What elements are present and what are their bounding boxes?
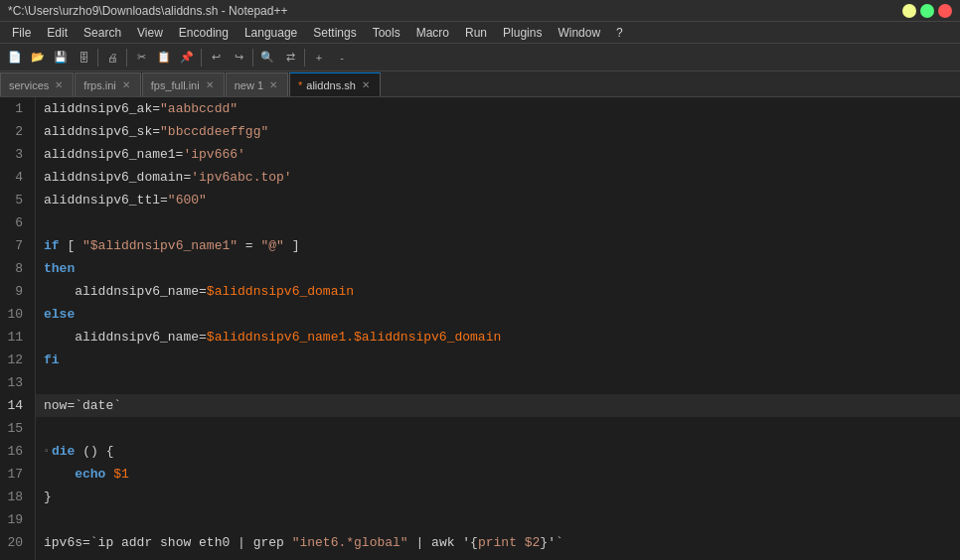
zoom-out-button[interactable]: - (331, 47, 353, 69)
code-line-16: ▫die () { (36, 440, 960, 463)
code-line-18: } (36, 486, 960, 508)
menu-language[interactable]: Language (237, 24, 305, 42)
line-num-4: 4 (4, 166, 27, 189)
code-line-15 (36, 417, 960, 440)
fold-marker-16[interactable]: ▫ (44, 440, 50, 463)
minimize-button[interactable] (902, 4, 916, 18)
code-text: } (44, 486, 52, 508)
code-text: aliddnsipv6_domain= (44, 166, 191, 189)
code-area: 1 2 3 4 5 6 7 8 9 10 11 12 13 14 15 16 1… (0, 97, 960, 560)
toolbar-separator-4 (252, 49, 253, 67)
line-num-2: 2 (4, 120, 27, 143)
menu-plugins[interactable]: Plugins (495, 24, 550, 42)
print-button[interactable]: 🖨 (101, 47, 123, 69)
new-button[interactable]: 📄 (4, 47, 26, 69)
menu-help[interactable]: ? (608, 24, 631, 42)
code-text: ipv6s= (44, 531, 90, 554)
code-string: "aabbccdd" (160, 97, 238, 120)
code-text: ] (284, 234, 300, 257)
code-line-1: aliddnsipv6_ak="aabbccdd" (36, 97, 960, 120)
tab-aliddns[interactable]: * aliddns.sh ✕ (289, 72, 381, 96)
line-num-1: 1 (4, 97, 27, 120)
tab-label-frpsini: frps.ini (83, 79, 115, 91)
tab-close-fpsfullini[interactable]: ✕ (204, 78, 216, 91)
cut-button[interactable]: ✂ (130, 47, 152, 69)
code-line-7: if [ "$aliddnsipv6_name1" = "@" ] (36, 234, 960, 257)
code-text3: { (470, 531, 478, 554)
save-button[interactable]: 💾 (50, 47, 72, 69)
tab-services[interactable]: services ✕ (0, 72, 74, 96)
code-line-12: fi (36, 349, 960, 371)
tab-close-aliddns[interactable]: ✕ (360, 78, 372, 91)
copy-button[interactable]: 📋 (153, 47, 175, 69)
menu-file[interactable]: File (4, 24, 39, 42)
line-numbers: 1 2 3 4 5 6 7 8 9 10 11 12 13 14 15 16 1… (0, 97, 36, 560)
line-num-16: 16 (4, 440, 27, 463)
code-keyword: then (44, 257, 75, 280)
code-text: [ (60, 234, 82, 257)
code-text: () { (75, 440, 113, 463)
code-text: aliddnsipv6_name1= (44, 143, 183, 166)
tab-fpsfullini[interactable]: fps_full.ini ✕ (142, 72, 225, 96)
tab-close-frpsini[interactable]: ✕ (120, 78, 132, 91)
code-string: 'ipv6abc.top' (191, 166, 291, 189)
code-text: aliddnsipv6_sk= (44, 120, 160, 143)
tab-label-new1: new 1 (235, 79, 263, 91)
line-num-20: 20 (4, 531, 27, 554)
paste-button[interactable]: 📌 (176, 47, 198, 69)
tab-new1[interactable]: new 1 ✕ (226, 72, 288, 96)
line-num-12: 12 (4, 349, 27, 371)
toolbar-separator-5 (304, 49, 305, 67)
code-string: 'ipv666' (183, 143, 244, 166)
code-text: aliddnsipv6_ttl= (44, 189, 168, 211)
close-button[interactable] (938, 4, 952, 18)
tab-close-new1[interactable]: ✕ (267, 78, 279, 91)
toolbar-separator-2 (126, 49, 127, 67)
code-string: "bbccddeeffgg" (160, 120, 268, 143)
menu-search[interactable]: Search (76, 24, 129, 42)
code-keyword: else (44, 303, 75, 326)
line-num-13: 13 (4, 371, 27, 394)
code-text: aliddnsipv6_ak= (44, 97, 160, 120)
code-backtick: `ip addr show eth0 | grep (90, 531, 292, 554)
code-var: $1 (113, 463, 129, 486)
menu-view[interactable]: View (129, 24, 171, 42)
line-num-10: 10 (4, 303, 27, 326)
code-keyword: if (44, 234, 60, 257)
save-all-button[interactable]: 🗄 (73, 47, 94, 69)
tab-close-services[interactable]: ✕ (53, 78, 65, 91)
code-string: "600" (168, 189, 207, 211)
line-num-6: 6 (4, 211, 27, 234)
menu-run[interactable]: Run (457, 24, 495, 42)
menu-settings[interactable]: Settings (305, 24, 364, 42)
code-line-10: else (36, 303, 960, 326)
menu-edit[interactable]: Edit (39, 24, 76, 42)
replace-button[interactable]: ⇄ (279, 47, 301, 69)
find-button[interactable]: 🔍 (256, 47, 278, 69)
menu-encoding[interactable]: Encoding (171, 24, 237, 42)
menu-window[interactable]: Window (550, 24, 608, 42)
code-string: "$aliddnsipv6_name1" (82, 234, 238, 257)
code-string: "@" (260, 234, 283, 257)
redo-button[interactable]: ↪ (228, 47, 249, 69)
line-num-14: 14 (4, 394, 27, 417)
open-button[interactable]: 📂 (27, 47, 49, 69)
toolbar: 📄 📂 💾 🗄 🖨 ✂ 📋 📌 ↩ ↪ 🔍 ⇄ + - (0, 44, 960, 71)
code-keyword: echo (75, 463, 105, 486)
code-backtick: `date` (75, 394, 121, 417)
code-line-9: aliddnsipv6_name=$aliddnsipv6_domain (36, 280, 960, 303)
tab-modified-indicator: * (298, 79, 302, 91)
maximize-button[interactable] (920, 4, 934, 18)
code-keyword: die (52, 440, 75, 463)
undo-button[interactable]: ↩ (205, 47, 227, 69)
code-text2: | awk ' (408, 531, 470, 554)
zoom-in-button[interactable]: + (308, 47, 330, 69)
line-num-3: 3 (4, 143, 27, 166)
code-keyword: fi (44, 349, 60, 371)
line-num-15: 15 (4, 417, 27, 440)
menu-macro[interactable]: Macro (408, 24, 457, 42)
code-content[interactable]: aliddnsipv6_ak="aabbccdd" aliddnsipv6_sk… (36, 97, 960, 560)
menu-tools[interactable]: Tools (365, 24, 408, 42)
tab-frpsini[interactable]: frps.ini ✕ (75, 72, 140, 96)
line-num-7: 7 (4, 234, 27, 257)
